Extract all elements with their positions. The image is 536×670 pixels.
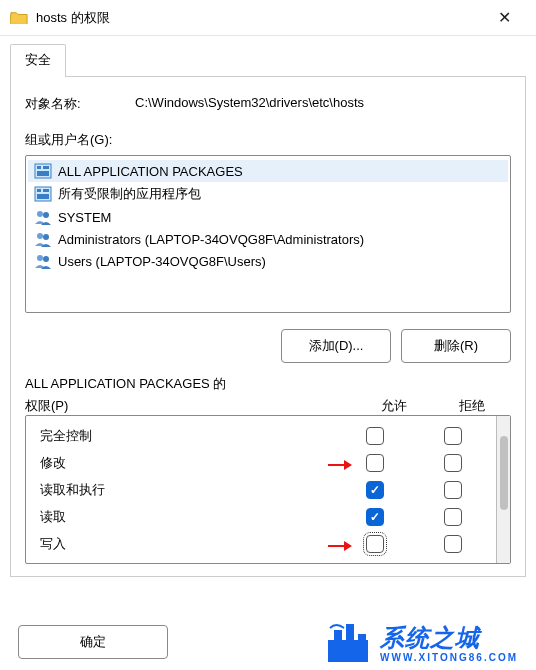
deny-checkbox[interactable]	[444, 508, 462, 526]
list-item-label: SYSTEM	[58, 210, 111, 225]
permission-name: 完全控制	[30, 427, 336, 445]
users-icon	[34, 209, 52, 225]
user-buttons: 添加(D)... 删除(R)	[25, 329, 511, 363]
svg-rect-3	[37, 171, 49, 176]
users-icon	[34, 253, 52, 269]
ok-button[interactable]: 确定	[18, 625, 168, 659]
tab-strip: 安全	[0, 36, 536, 77]
svg-rect-20	[346, 624, 354, 662]
list-item[interactable]: Users (LAPTOP-34OVQG8F\Users)	[28, 250, 508, 272]
permissions-heading-2: 权限(P)	[25, 397, 355, 415]
deny-checkbox[interactable]	[444, 427, 462, 445]
svg-point-8	[37, 211, 43, 217]
permission-name: 修改	[30, 454, 336, 472]
watermark-subtext: WWW.XITONG86.COM	[380, 652, 518, 663]
permission-row: 写入	[30, 530, 492, 557]
permission-row: 读取	[30, 503, 492, 530]
permissions-table: 完全控制修改读取和执行读取写入	[25, 415, 511, 564]
svg-rect-1	[37, 166, 41, 169]
permission-name: 读取和执行	[30, 481, 336, 499]
deny-checkbox[interactable]	[444, 454, 462, 472]
list-item[interactable]: SYSTEM	[28, 206, 508, 228]
deny-checkbox[interactable]	[444, 481, 462, 499]
svg-point-12	[37, 255, 43, 261]
allow-checkbox[interactable]	[366, 427, 384, 445]
scrollbar-thumb[interactable]	[500, 436, 508, 510]
svg-rect-6	[43, 189, 49, 192]
security-panel: 对象名称: C:\Windows\System32\drivers\etc\ho…	[10, 76, 526, 577]
permission-row: 完全控制	[30, 422, 492, 449]
add-button[interactable]: 添加(D)...	[281, 329, 391, 363]
list-item-label: Users (LAPTOP-34OVQG8F\Users)	[58, 254, 266, 269]
permission-row: 修改	[30, 449, 492, 476]
package-icon	[34, 163, 52, 179]
list-item-label: Administrators (LAPTOP-34OVQG8F\Administ…	[58, 232, 364, 247]
package-icon	[34, 186, 52, 202]
allow-checkbox[interactable]	[366, 508, 384, 526]
permissions-heading: ALL APPLICATION PACKAGES 的	[25, 375, 511, 393]
watermark-logo-icon	[326, 620, 372, 664]
allow-checkbox[interactable]	[366, 454, 384, 472]
watermark-text: 系统之城	[380, 622, 518, 654]
object-row: 对象名称: C:\Windows\System32\drivers\etc\ho…	[25, 95, 511, 113]
list-item[interactable]: 所有受限制的应用程序包	[28, 182, 508, 206]
object-label: 对象名称:	[25, 95, 135, 113]
remove-button[interactable]: 删除(R)	[401, 329, 511, 363]
close-button[interactable]: ✕	[482, 0, 526, 36]
svg-point-13	[43, 256, 49, 262]
permission-name: 读取	[30, 508, 336, 526]
allow-checkbox[interactable]	[366, 535, 384, 553]
permission-name: 写入	[30, 535, 336, 553]
window-title: hosts 的权限	[36, 9, 482, 27]
deny-checkbox[interactable]	[444, 535, 462, 553]
svg-point-11	[43, 234, 49, 240]
users-icon	[34, 231, 52, 247]
list-item[interactable]: ALL APPLICATION PACKAGES	[28, 160, 508, 182]
allow-checkbox[interactable]	[366, 481, 384, 499]
tab-security[interactable]: 安全	[10, 44, 66, 77]
list-item-label: ALL APPLICATION PACKAGES	[58, 164, 243, 179]
svg-point-10	[37, 233, 43, 239]
permission-row: 读取和执行	[30, 476, 492, 503]
titlebar: hosts 的权限 ✕	[0, 0, 536, 36]
object-path: C:\Windows\System32\drivers\etc\hosts	[135, 95, 511, 113]
allow-header: 允许	[355, 397, 433, 415]
folder-icon	[10, 10, 28, 26]
tab-security-label: 安全	[25, 52, 51, 67]
svg-rect-7	[37, 194, 49, 199]
watermark: 系统之城 WWW.XITONG86.COM	[326, 620, 518, 664]
svg-point-9	[43, 212, 49, 218]
svg-rect-19	[334, 630, 342, 662]
footer: 确定 系统之城 WWW.XITONG86.COM	[0, 620, 536, 664]
list-item[interactable]: Administrators (LAPTOP-34OVQG8F\Administ…	[28, 228, 508, 250]
svg-rect-2	[43, 166, 49, 169]
user-list[interactable]: ALL APPLICATION PACKAGES所有受限制的应用程序包SYSTE…	[25, 155, 511, 313]
list-item-label: 所有受限制的应用程序包	[58, 185, 201, 203]
svg-rect-5	[37, 189, 41, 192]
deny-header: 拒绝	[433, 397, 511, 415]
groups-label: 组或用户名(G):	[25, 131, 511, 149]
close-icon: ✕	[498, 8, 511, 27]
svg-rect-21	[358, 634, 366, 662]
scrollbar[interactable]	[496, 416, 510, 563]
